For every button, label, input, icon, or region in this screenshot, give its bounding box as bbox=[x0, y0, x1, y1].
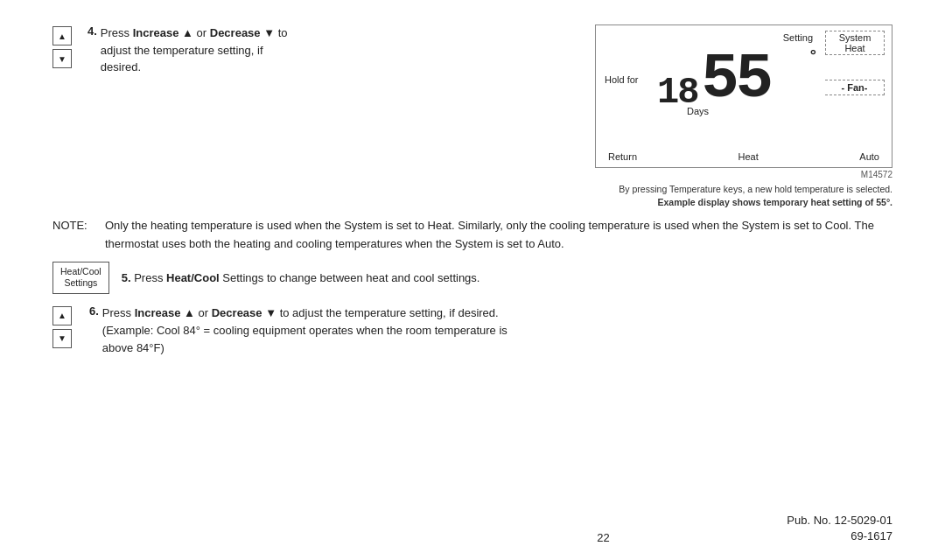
step4-prefix: Press bbox=[101, 26, 133, 39]
decrease-arrow-6-icon[interactable]: ▼ bbox=[52, 329, 72, 348]
lcd-digits: 18 55 bbox=[657, 48, 770, 111]
step4-or: or bbox=[193, 26, 210, 39]
footer: 22 Pub. No. 12-5029-01 69-1617 bbox=[52, 513, 892, 544]
step6-end: to adjust the temperature setting, if de… bbox=[276, 306, 499, 319]
arrows-column: ▲ ▼ bbox=[52, 26, 72, 68]
note-label: NOTE: bbox=[52, 217, 105, 252]
step6-or: or bbox=[195, 306, 212, 319]
step6-line2: (Example: Cool 84° = cooling equipment o… bbox=[102, 324, 508, 337]
pub-info: Pub. No. 12-5029-01 69-1617 bbox=[787, 513, 892, 544]
step5-number: 5. bbox=[122, 271, 131, 284]
step5-bold: Heat/Cool bbox=[166, 271, 220, 284]
step4-text: Press Increase ▲ or Decrease ▼ to adjust… bbox=[101, 24, 305, 76]
step6-bold2: Decrease bbox=[212, 306, 262, 319]
note-text: Only the heating temperature is used whe… bbox=[105, 217, 892, 252]
caption-line1: By pressing Temperature keys, a new hold… bbox=[619, 184, 892, 194]
system-value-text: Heat bbox=[830, 43, 879, 53]
decrease-arrow-icon[interactable]: ▼ bbox=[52, 49, 72, 68]
step6-line3: above 84°F) bbox=[102, 341, 164, 354]
system-label-text: System bbox=[830, 32, 879, 43]
page-number: 22 bbox=[420, 531, 788, 544]
step5-prefix: Press bbox=[134, 271, 166, 284]
thermostat-display: Setting System Heat Hold for 18 55 bbox=[595, 24, 892, 168]
display-inner: Setting System Heat Hold for 18 55 bbox=[605, 32, 883, 162]
step4-decrease: Decrease bbox=[210, 26, 261, 39]
model-number: M14572 bbox=[595, 170, 892, 179]
caption-line2: Example display shows temporary heat set… bbox=[657, 197, 892, 207]
step6-tri-up: ▲ bbox=[180, 306, 194, 319]
section5: Heat/Cool Settings 5. Press Heat/Cool Se… bbox=[52, 262, 892, 294]
step6-number: 6. bbox=[89, 304, 99, 318]
step4-line3: desired. bbox=[101, 60, 141, 74]
system-box: System Heat bbox=[825, 31, 885, 55]
pub-line1: Pub. No. 12-5029-01 bbox=[787, 513, 892, 528]
page: ▲ ▼ 4. Press Increase ▲ or Decrease ▼ to… bbox=[0, 0, 945, 560]
arrows-column-6: ▲ ▼ bbox=[52, 306, 72, 348]
pub-line2: 69-1617 bbox=[787, 528, 892, 544]
fan-label: - Fan- bbox=[825, 80, 885, 95]
heat-cool-button[interactable]: Heat/Cool Settings bbox=[52, 262, 109, 294]
step4-number: 4. bbox=[88, 24, 97, 38]
section4-row: ▲ ▼ 4. Press Increase ▲ or Decrease ▼ to… bbox=[52, 24, 892, 208]
heat-cool-btn-line2: Settings bbox=[64, 277, 97, 288]
step4-increase: Increase bbox=[133, 26, 179, 39]
hold-for-label: Hold for bbox=[605, 74, 639, 85]
step5-text: 5. Press Heat/Cool Settings to change be… bbox=[122, 270, 480, 287]
step6-text: Press Increase ▲ or Decrease ▼ to adjust… bbox=[102, 304, 508, 357]
section6: ▲ ▼ 6. Press Increase ▲ or Decrease ▼ to… bbox=[52, 304, 892, 357]
step5-end: Settings to change between heat and cool… bbox=[220, 271, 480, 284]
step4-line2: adjust the temperature setting, if bbox=[101, 44, 263, 57]
step4-tri-up: ▲ bbox=[182, 26, 193, 39]
display-caption: By pressing Temperature keys, a new hold… bbox=[595, 183, 892, 208]
heat-cool-btn-line1: Heat/Cool bbox=[60, 266, 102, 276]
increase-arrow-icon[interactable]: ▲ bbox=[52, 26, 72, 46]
step6-bold1: Increase bbox=[135, 306, 181, 319]
auto-label: Auto bbox=[859, 151, 879, 162]
note-section: NOTE: Only the heating temperature is us… bbox=[52, 217, 892, 252]
step4-tri-down: ▼ bbox=[263, 26, 275, 39]
section4: ▲ ▼ 4. Press Increase ▲ or Decrease ▼ to… bbox=[52, 24, 892, 208]
heat-label: Heat bbox=[738, 151, 759, 162]
increase-arrow-6-icon[interactable]: ▲ bbox=[52, 306, 72, 326]
setting-label: Setting bbox=[783, 32, 813, 43]
days-label: Days bbox=[687, 106, 709, 116]
display-bottom-labels: Return Heat Auto bbox=[605, 151, 883, 162]
return-label: Return bbox=[608, 151, 637, 162]
step6-prefix: Press bbox=[102, 306, 135, 319]
step4-to: to bbox=[275, 26, 287, 39]
lcd-large-digit: 55 bbox=[701, 48, 769, 111]
degree-symbol: ° bbox=[810, 46, 816, 65]
step6-tri-down: ▼ bbox=[262, 306, 276, 319]
